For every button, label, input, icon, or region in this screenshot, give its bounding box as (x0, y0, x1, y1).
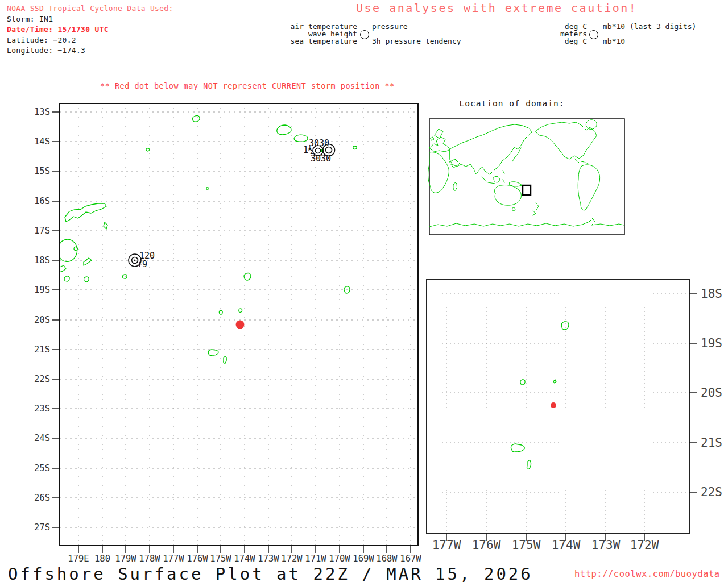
lat-label: 23S (34, 404, 50, 414)
inset-lat-label: 20S (701, 386, 722, 400)
inset-lat-axis: 18S 19S 20S 21S 22S (689, 287, 722, 499)
pago-station-pressure-bottom: 3030 (311, 153, 331, 164)
inset-lat-label: 18S (701, 287, 722, 301)
lat-label: 21S (34, 344, 50, 355)
domain-map-title: Location of domain: (460, 99, 565, 108)
lon-label: 167W (400, 554, 421, 564)
inset-lat-label: 19S (701, 336, 722, 350)
lon-label: 177W (163, 554, 184, 564)
inset-coastlines (511, 322, 569, 469)
inset-lon-label: 176W (472, 538, 501, 552)
fiji-station-dot (134, 260, 136, 261)
plot-title: Offshore Surface Plot at 22Z / MAR 15, 2… (8, 564, 533, 582)
lon-label: 170W (329, 554, 350, 564)
lon-label: 169W (353, 554, 374, 564)
main-map-lat-axis: 13S 14S 15S 16S 17S 18S 19S 20S 21S 22S … (34, 107, 60, 533)
lon-label: 179W (115, 554, 136, 564)
fiji-station-tendency: +9 (137, 259, 147, 269)
source-url[interactable]: http://coolwx.com/buoydata (574, 569, 720, 579)
lat-label: 17S (34, 226, 50, 236)
station-plots: 120 +9 3030 1½ 3030 (129, 138, 335, 269)
storm-position-dot (236, 321, 245, 329)
lat-label: 26S (34, 493, 50, 503)
main-map-lon-axis: 179E 180 179W 178W 177W 176W 175W 174W 1… (68, 546, 421, 564)
inset-lat-label: 22S (701, 485, 722, 499)
world-map-frame (429, 119, 624, 235)
lon-label: 168W (376, 554, 398, 564)
lat-label: 22S (34, 374, 50, 384)
inset-grid (427, 280, 689, 533)
buoy-plot-screen: NOAA SSD Tropical Cyclone Data Used: Sto… (0, 0, 728, 582)
lon-label: 176W (187, 554, 208, 564)
lon-label: 172W (281, 554, 303, 564)
inset-lon-label: 173W (592, 538, 621, 552)
inset-lon-label: 172W (630, 538, 659, 552)
world-map-coastlines (428, 120, 624, 227)
inset-storm-position-dot (551, 402, 556, 408)
lat-label: 27S (34, 522, 50, 533)
lon-label: 179E (68, 554, 89, 564)
lon-label: 175W (210, 554, 231, 564)
lon-label: 174W (234, 554, 255, 564)
lon-label: 178W (139, 554, 160, 564)
inset-lon-label: 175W (512, 538, 541, 552)
pago-station1-inner-circle (316, 148, 321, 153)
lat-label: 14S (34, 136, 50, 147)
lat-label: 25S (34, 463, 50, 473)
lon-label: 180 (94, 554, 110, 564)
main-map-latitude-grid (60, 112, 418, 527)
lon-label: 173W (258, 554, 279, 564)
domain-rectangle (523, 185, 531, 195)
lat-label: 19S (34, 285, 50, 295)
inset-domain-map: 177W 176W 175W 174W 173W 172W 18S 19S 20… (427, 280, 722, 552)
lat-label: 15S (34, 166, 50, 176)
lat-label: 20S (34, 315, 50, 325)
main-map: 120 +9 3030 1½ 3030 (34, 103, 421, 564)
lat-label: 13S (34, 107, 50, 117)
lat-label: 18S (34, 255, 50, 265)
lon-label: 171W (305, 554, 326, 564)
inset-lat-label: 21S (701, 436, 722, 450)
inset-lon-label: 174W (552, 538, 581, 552)
inset-map-frame (427, 280, 689, 533)
world-domain-map: Location of domain: (428, 99, 624, 235)
inset-lon-label: 177W (432, 538, 461, 552)
inset-lon-axis: 177W 176W 175W 174W 173W 172W (432, 533, 659, 552)
map-canvas: 120 +9 3030 1½ 3030 (0, 0, 728, 582)
main-map-longitude-grid (78, 103, 411, 546)
lat-label: 24S (34, 433, 50, 443)
lat-label: 16S (34, 196, 50, 206)
